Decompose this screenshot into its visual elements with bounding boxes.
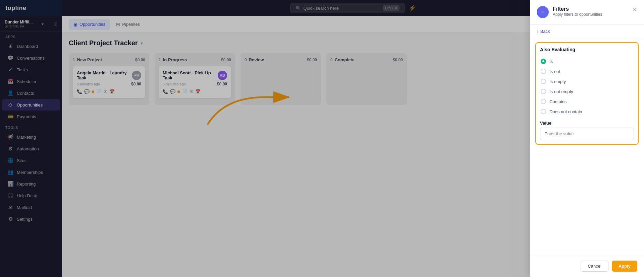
value-input[interactable] xyxy=(540,128,634,140)
radio-label-is-empty: Is empty xyxy=(549,79,566,84)
filter-panel: ≡ Filters Apply filters to opportunities… xyxy=(530,0,644,277)
filter-panel-title: Filters xyxy=(553,6,628,12)
back-label: Back xyxy=(540,29,550,34)
radio-option-does-not-contain[interactable]: Does not contain xyxy=(540,107,634,117)
radio-label-is: Is xyxy=(549,59,553,64)
cancel-button[interactable]: Cancel xyxy=(581,261,608,272)
filter-footer: Cancel Apply xyxy=(530,255,644,277)
radio-option-is[interactable]: Is xyxy=(540,56,634,66)
radio-circle-is xyxy=(541,59,546,64)
radio-circle-does-not-contain xyxy=(541,109,546,114)
filter-icon: ≡ xyxy=(541,9,544,15)
radio-option-contains[interactable]: Contains xyxy=(540,96,634,107)
radio-option-is-not-empty[interactable]: Is not empty xyxy=(540,86,634,96)
radio-label-is-not: Is not xyxy=(549,69,560,74)
filter-section-title: Also Evaluating xyxy=(540,47,634,52)
apply-button[interactable]: Apply xyxy=(612,261,637,272)
back-chevron-icon: ‹ xyxy=(537,28,538,34)
filter-section-highlighted: Also Evaluating Is Is not Is empty Is no… xyxy=(535,42,639,145)
filter-close-button[interactable]: ✕ xyxy=(632,6,637,13)
radio-circle-is-empty xyxy=(541,79,546,84)
radio-label-contains: Contains xyxy=(549,99,567,104)
radio-circle-is-not xyxy=(541,69,546,74)
value-label: Value xyxy=(540,121,634,126)
radio-label-does-not-contain: Does not contain xyxy=(549,109,582,114)
radio-label-is-not-empty: Is not empty xyxy=(549,89,573,94)
radio-circle-is-not-empty xyxy=(541,89,546,94)
radio-circle-contains xyxy=(541,99,546,104)
radio-option-is-empty[interactable]: Is empty xyxy=(540,76,634,86)
filter-back-button[interactable]: ‹ Back xyxy=(530,24,644,38)
filter-header-text: Filters Apply filters to opportunities xyxy=(553,6,628,17)
radio-option-is-not[interactable]: Is not xyxy=(540,66,634,76)
filter-header-icon: ≡ xyxy=(537,6,549,18)
filter-panel-header: ≡ Filters Apply filters to opportunities… xyxy=(530,0,644,24)
filter-panel-subtitle: Apply filters to opportunities xyxy=(553,12,628,17)
